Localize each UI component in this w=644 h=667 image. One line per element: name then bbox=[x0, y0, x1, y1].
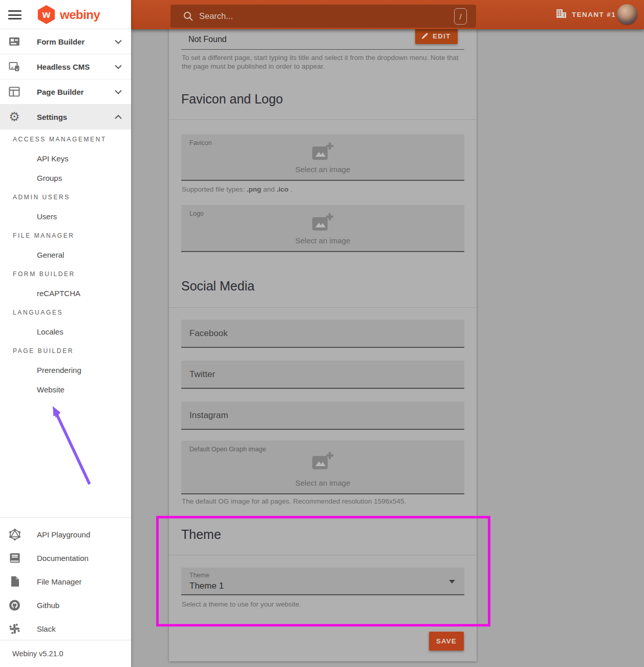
search-icon bbox=[183, 11, 194, 24]
chevron-down-icon bbox=[449, 580, 455, 583]
section-file-manager: FILE MANAGER bbox=[0, 226, 131, 245]
nav-label: Form Builder bbox=[37, 37, 84, 46]
bottom-link-label: Github bbox=[37, 601, 59, 610]
settings-subnav: ACCESS MANAGEMENT API Keys Groups ADMIN … bbox=[0, 130, 131, 399]
file-icon bbox=[8, 576, 22, 587]
search-shortcut-badge: / bbox=[454, 8, 467, 25]
nav-label: Settings bbox=[37, 113, 67, 121]
sidebar-item-users[interactable]: Users bbox=[0, 206, 131, 226]
edit-button[interactable]: EDIT bbox=[415, 28, 458, 44]
edit-button-label: EDIT bbox=[433, 32, 451, 40]
theme-select-value: Theme 1 bbox=[189, 581, 224, 591]
og-helper: The default OG image for all pages. Reco… bbox=[182, 497, 406, 506]
chevron-down-icon bbox=[115, 39, 122, 44]
sidebar-header: w webiny bbox=[0, 0, 131, 29]
section-languages: LANGUAGES bbox=[0, 303, 131, 322]
section-access-management: ACCESS MANAGEMENT bbox=[0, 130, 131, 149]
sidebar-item-api-keys[interactable]: API Keys bbox=[0, 149, 131, 168]
sidebar-item-groups[interactable]: Groups bbox=[0, 168, 131, 187]
book-icon bbox=[8, 552, 22, 564]
section-admin-users: ADMIN USERS bbox=[0, 187, 131, 206]
helper-text: and bbox=[261, 185, 276, 193]
sidebar-item-github[interactable]: Github bbox=[0, 593, 131, 617]
search-bar[interactable]: / bbox=[170, 5, 476, 28]
building-icon bbox=[556, 9, 567, 20]
pencil-icon bbox=[422, 32, 428, 40]
headless-cms-icon bbox=[7, 61, 22, 72]
theme-select-label: Theme bbox=[189, 572, 209, 579]
page-builder-icon bbox=[7, 87, 22, 97]
gear-icon: ⚙ bbox=[7, 112, 22, 122]
section-form-builder: FORM BUILDER bbox=[0, 264, 131, 283]
tenant-selector[interactable]: TENANT #1 bbox=[556, 0, 616, 29]
chevron-down-icon bbox=[115, 65, 122, 69]
sidebar-item-documentation[interactable]: Documentation bbox=[0, 546, 131, 570]
version-label: Webiny v5.21.0 bbox=[0, 640, 131, 667]
bottom-link-label: Slack bbox=[37, 624, 56, 633]
favicon-label: Favicon bbox=[189, 139, 212, 147]
theme-helper: Select a theme to use for your website. bbox=[182, 600, 301, 609]
section-title-favicon-logo: Favicon and Logo bbox=[181, 92, 283, 107]
sidebar-item-website[interactable]: Website bbox=[0, 380, 131, 399]
top-app-bar: / TENANT #1 bbox=[131, 0, 644, 29]
sidebar-bottom-links: API Playground Documentation File Manage… bbox=[0, 517, 131, 640]
helper-text-bold: .ico bbox=[276, 185, 288, 193]
sidebar-item-file-manager[interactable]: File Manager bbox=[0, 570, 131, 593]
chevron-down-icon bbox=[115, 90, 122, 94]
add-image-icon bbox=[311, 141, 335, 164]
sidebar-item-api-playground[interactable]: API Playground bbox=[0, 523, 131, 546]
section-title-theme: Theme bbox=[181, 527, 221, 542]
graphql-icon bbox=[8, 529, 22, 540]
hamburger-menu-icon[interactable] bbox=[8, 10, 22, 19]
section-page-builder: PAGE BUILDER bbox=[0, 341, 131, 360]
helper-text-bold: .png bbox=[247, 185, 262, 193]
page-field-helper: To set a different page, start typing it… bbox=[182, 53, 461, 71]
bottom-link-label: File Manager bbox=[37, 577, 82, 586]
section-title-social-media: Social Media bbox=[181, 279, 254, 294]
select-image-label: Select an image bbox=[181, 236, 464, 245]
form-builder-icon bbox=[7, 36, 22, 47]
chevron-up-icon bbox=[115, 115, 122, 119]
sidebar-item-headless-cms[interactable]: Headless CMS bbox=[0, 54, 131, 79]
website-settings-form: Not Found EDIT To set a different page, … bbox=[169, 29, 477, 661]
nav-label: Headless CMS bbox=[37, 62, 90, 71]
facebook-input[interactable]: Facebook bbox=[181, 320, 464, 348]
helper-text: Supported file types: bbox=[182, 185, 247, 193]
sidebar-item-locales[interactable]: Locales bbox=[0, 322, 131, 341]
save-button[interactable]: SAVE bbox=[429, 632, 464, 651]
user-avatar[interactable] bbox=[617, 4, 637, 25]
select-image-label: Select an image bbox=[181, 478, 464, 487]
github-icon bbox=[8, 599, 22, 611]
favicon-helper: Supported file types: .png and .ico . bbox=[182, 185, 292, 194]
instagram-input[interactable]: Instagram bbox=[181, 402, 464, 430]
helper-text: . bbox=[289, 185, 293, 193]
webiny-logo[interactable]: w webiny bbox=[37, 5, 100, 24]
logo-label: Logo bbox=[189, 210, 204, 217]
sidebar: w webiny Form Builder Headless CMS Page … bbox=[0, 0, 131, 667]
tenant-label: TENANT #1 bbox=[572, 11, 616, 18]
search-input[interactable] bbox=[199, 5, 440, 28]
sidebar-item-prerendering[interactable]: Prerendering bbox=[0, 360, 131, 380]
favicon-image-picker[interactable]: Favicon Select an image bbox=[181, 134, 464, 181]
nav-label: Page Builder bbox=[37, 88, 84, 96]
sidebar-item-general[interactable]: General bbox=[0, 245, 131, 264]
theme-select[interactable]: Theme Theme 1 bbox=[181, 568, 464, 595]
slack-icon bbox=[8, 623, 22, 634]
webiny-hexagon-icon: w bbox=[37, 5, 56, 24]
sidebar-item-recaptcha[interactable]: reCAPTCHA bbox=[0, 283, 131, 303]
sidebar-item-settings[interactable]: ⚙ Settings bbox=[0, 105, 131, 130]
divider bbox=[169, 307, 477, 308]
logo-image-picker[interactable]: Logo Select an image bbox=[181, 205, 464, 252]
divider bbox=[169, 555, 477, 555]
bottom-link-label: API Playground bbox=[37, 530, 90, 539]
bottom-link-label: Documentation bbox=[37, 554, 89, 562]
divider bbox=[169, 119, 477, 120]
sidebar-item-form-builder[interactable]: Form Builder bbox=[0, 29, 131, 54]
add-image-icon bbox=[311, 451, 335, 473]
og-image-picker[interactable]: Default Open Graph image Select an image bbox=[181, 441, 464, 494]
og-image-label: Default Open Graph image bbox=[189, 446, 266, 453]
webiny-wordmark: webiny bbox=[60, 8, 100, 22]
sidebar-item-page-builder[interactable]: Page Builder bbox=[0, 79, 131, 105]
sidebar-item-slack[interactable]: Slack bbox=[0, 617, 131, 640]
twitter-input[interactable]: Twitter bbox=[181, 361, 464, 389]
